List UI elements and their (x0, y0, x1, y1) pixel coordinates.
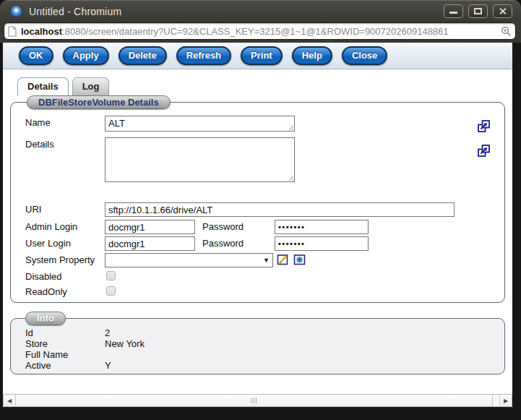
active-value: Y (105, 360, 111, 371)
user-login-row: User Login Password (25, 236, 504, 251)
apply-button[interactable]: Apply (63, 46, 109, 65)
chevron-down-icon: ▼ (263, 257, 270, 264)
print-button[interactable]: Print (241, 46, 283, 65)
window-controls (444, 4, 514, 18)
details-section: DBFileStoreVolume Details Name ALT Detai… (10, 102, 505, 303)
admin-login-row: Admin Login Password (25, 220, 504, 234)
chromium-icon (10, 5, 22, 17)
tab-bar: Details Log (17, 77, 512, 96)
disabled-row: Disabled (25, 270, 504, 282)
ok-button[interactable]: OK (19, 46, 53, 65)
browser-url-row: localhost:8080/screen/dataentry?UC=92&CL… (0, 22, 521, 43)
uri-label: URI (25, 202, 105, 215)
browser-viewport: OK Apply Delete Refresh Print Help Close… (3, 43, 512, 407)
store-label: Store (25, 338, 105, 349)
page-icon (8, 26, 17, 37)
minimize-icon (449, 12, 457, 14)
user-login-label: User Login (25, 236, 105, 249)
page: Details Log DBFileStoreVolume Details Na… (3, 69, 512, 394)
details-input[interactable] (105, 137, 295, 182)
admin-password-input[interactable] (275, 220, 369, 234)
system-property-row: System Property ▼ (25, 253, 504, 267)
window-title: Untitled - Chromium (29, 6, 121, 17)
expand-name-icon[interactable] (477, 119, 491, 136)
close-icon (499, 7, 507, 15)
refresh-button[interactable]: Refresh (176, 46, 231, 65)
edit-property-icon[interactable] (277, 253, 290, 266)
info-row-active: Active Y (25, 360, 504, 371)
user-password-label: Password (202, 236, 275, 249)
name-label: Name (25, 116, 105, 128)
info-row-store: Store New York (25, 338, 504, 349)
toolbar: OK Apply Delete Refresh Print Help Close (3, 43, 512, 69)
info-row-fullname: Full Name (25, 349, 504, 360)
readonly-label: ReadOnly (25, 285, 105, 297)
url-path: :8080/screen/dataentry?UC=92&CLASS_KEY=3… (62, 26, 448, 37)
expand-details-icon[interactable] (477, 144, 491, 160)
scroll-right-icon[interactable]: ▶ (499, 395, 512, 406)
details-field-row: Details (25, 137, 504, 182)
maximize-button[interactable] (468, 4, 488, 18)
id-label: Id (25, 327, 105, 338)
url-text: localhost:8080/screen/dataentry?UC=92&CL… (21, 26, 499, 37)
user-login-input[interactable] (105, 236, 195, 251)
scrollbar-grip-icon (251, 398, 257, 403)
close-button-toolbar[interactable]: Close (342, 46, 387, 65)
system-property-select[interactable]: ▼ (105, 253, 273, 267)
name-field-row: Name ALT (25, 116, 504, 132)
scroll-left-icon[interactable]: ◀ (4, 395, 16, 406)
details-label: Details (25, 137, 105, 150)
system-property-label: System Property (25, 253, 105, 265)
url-host: localhost (21, 26, 62, 37)
info-section: Info Id 2 Store New York Full Name Activ… (10, 318, 505, 374)
uri-input[interactable] (105, 202, 455, 217)
tab-log[interactable]: Log (72, 77, 110, 96)
disabled-label: Disabled (25, 270, 105, 282)
readonly-row: ReadOnly (25, 285, 504, 297)
window-titlebar[interactable]: Untitled - Chromium (0, 0, 521, 22)
admin-password-label: Password (202, 220, 275, 232)
uri-field-row: URI (25, 202, 504, 217)
disabled-checkbox[interactable] (106, 271, 116, 280)
horizontal-scrollbar[interactable]: ◀ ▶ (3, 394, 512, 407)
zoom-icon[interactable] (501, 26, 512, 37)
browser-window: Untitled - Chromium localhost:8080/scree… (0, 0, 521, 420)
new-property-icon[interactable] (293, 253, 306, 266)
active-label: Active (25, 360, 105, 371)
maximize-icon (474, 8, 482, 14)
id-value: 2 (105, 327, 110, 338)
full-name-label: Full Name (25, 349, 105, 360)
info-row-id: Id 2 (25, 327, 504, 338)
user-password-input[interactable] (275, 236, 369, 251)
admin-login-label: Admin Login (25, 220, 105, 232)
help-button[interactable]: Help (292, 46, 332, 65)
minimize-button[interactable] (444, 4, 463, 18)
admin-login-input[interactable] (105, 220, 195, 234)
readonly-checkbox[interactable] (106, 286, 116, 296)
url-bar[interactable]: localhost:8080/screen/dataentry?UC=92&CL… (4, 22, 516, 40)
store-value: New York (105, 338, 145, 349)
delete-button[interactable]: Delete (119, 46, 167, 65)
name-input[interactable]: ALT (105, 116, 295, 132)
close-button[interactable] (493, 4, 512, 18)
details-legend: DBFileStoreVolume Details (27, 95, 171, 109)
tab-details[interactable]: Details (17, 77, 69, 96)
scrollbar-thumb[interactable] (16, 395, 493, 406)
info-legend: Info (25, 312, 66, 325)
